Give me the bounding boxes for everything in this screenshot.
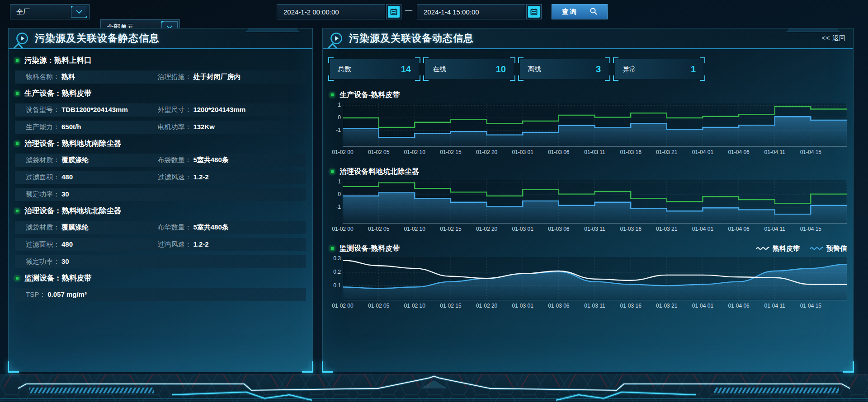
x-axis-labels: 01-02 0001-02 0501-02 1001-02 1501-02 20…	[343, 147, 847, 156]
calendar-to-button[interactable]	[526, 4, 542, 19]
info-label: 过滤风速：	[157, 173, 191, 182]
chart-plot-area: 10-1	[330, 103, 847, 147]
x-tick-label: 01-03 06	[548, 149, 569, 155]
info-label: 过滤面积：	[26, 173, 60, 182]
x-tick-label: 01-04 11	[764, 149, 785, 155]
x-tick-label: 01-02 20	[476, 303, 497, 309]
info-label: 治理措施：	[157, 73, 191, 81]
legend-item[interactable]: 预警信	[810, 244, 847, 253]
calendar-icon	[528, 6, 540, 18]
info-cell: 额定功率：30	[26, 190, 157, 199]
plant-select[interactable]: 全厂	[10, 4, 90, 19]
section-header: 治理设备：熟料地坑南除尘器	[15, 138, 306, 150]
back-link[interactable]: << 返回	[822, 34, 846, 42]
chart-title: 生产设备-熟料皮带	[340, 90, 400, 100]
info-cell: 过滤风速：1.2-2	[157, 173, 208, 182]
x-tick-label: 01-02 15	[440, 226, 461, 232]
stat-label: 总数	[338, 65, 351, 74]
corner-bracket	[518, 75, 524, 81]
x-tick-label: 01-02 20	[476, 149, 497, 155]
x-axis-labels: 01-02 0001-02 0501-02 1001-02 1501-02 20…	[343, 224, 847, 233]
dashboard-page: 全厂 全部单元 熟料上料口 2024-1-2 00:00:00 —	[0, 0, 868, 402]
x-tick-label: 01-02 20	[476, 226, 497, 232]
stat-value: 3	[596, 64, 601, 75]
info-row: 设备型号：TDB1200*204143mm外型尺寸：1200*204143mm	[15, 103, 306, 117]
header-tab-decoration	[786, 28, 840, 32]
info-row: 滤袋材质：覆膜涤纶布华数量：5室共480条	[15, 221, 306, 234]
x-tick-label: 01-03 06	[548, 226, 569, 232]
play-icon	[330, 32, 343, 45]
info-label: 电机功率：	[157, 123, 191, 131]
section-title: 生产设备：熟料皮带	[24, 89, 92, 98]
calendar-from-button[interactable]	[386, 4, 401, 19]
stat-card: 离线3	[520, 59, 609, 79]
chevron-down-icon[interactable]	[71, 6, 87, 18]
chart-block-2: 监测设备-熟料皮带熟料皮带预警信0.30.20.101-02 0001-02 0…	[330, 243, 847, 309]
info-value: 覆膜涤纶	[61, 156, 89, 164]
info-value: 1200*204143mm	[193, 106, 245, 113]
info-value: 30	[61, 257, 69, 265]
section-title: 监测设备：熟料皮带	[24, 273, 92, 283]
corner-bracket	[700, 75, 705, 81]
y-tick-label: 0.2	[330, 269, 341, 275]
chart-legend: 熟料皮带预警信	[756, 244, 847, 253]
chart-canvas	[343, 180, 847, 224]
x-tick-label: 01-03 16	[620, 149, 641, 155]
info-row: 额定功率：30	[15, 188, 306, 201]
info-row: 过滤面积：480过滤风速：1.2-2	[15, 171, 306, 184]
info-row: 滤袋材质：覆膜涤纶布袋数量：5室共480条	[15, 154, 306, 167]
info-value: 处于封闭厂房内	[193, 73, 241, 81]
green-square-icon	[330, 93, 335, 97]
date-to-input[interactable]: 2024-1-4 15:00:00	[417, 4, 525, 19]
static-info-panel: 污染源及关联设备静态信息 污染源：熟料上料口物料名称：熟料治理措施：处于封闭厂房…	[8, 28, 313, 372]
x-axis-labels: 01-02 0001-02 0501-02 1001-02 1501-02 20…	[343, 300, 847, 309]
x-tick-label: 01-03 16	[620, 303, 641, 309]
x-tick-label: 01-03 11	[584, 149, 605, 155]
static-info-header: 污染源及关联设备静态信息	[9, 28, 312, 49]
info-cell: 布袋数量：5室共480条	[157, 156, 228, 164]
info-label: 滤袋材质：	[26, 156, 60, 164]
section-header: 治理设备：熟料地坑北除尘器	[15, 205, 306, 217]
info-label: 额定功率：	[26, 190, 60, 199]
info-cell: 生产能力：650t/h	[26, 123, 157, 131]
info-value: 480	[61, 240, 73, 248]
info-label: 布华数量：	[157, 223, 191, 232]
green-square-icon	[15, 91, 19, 96]
stat-value: 14	[401, 64, 411, 75]
section-title: 治理设备：熟料地坑北除尘器	[24, 206, 122, 216]
corner-bracket	[415, 57, 420, 63]
green-square-icon	[15, 276, 19, 280]
section-header: 生产设备：熟料皮带	[15, 88, 306, 99]
date-from-input[interactable]: 2024-1-2 00:00:00	[277, 4, 385, 19]
chart-title-row: 监测设备-熟料皮带熟料皮带预警信	[330, 243, 847, 254]
info-value: 1.2-2	[193, 240, 208, 248]
info-value: TDB1200*204143mm	[61, 106, 128, 113]
y-tick-label: 0.1	[330, 282, 341, 289]
query-button[interactable]: 查询	[552, 4, 608, 19]
corner-bracket	[510, 75, 515, 81]
x-tick-label: 01-04 15	[800, 226, 821, 232]
info-value: 132Kw	[193, 123, 215, 131]
x-tick-label: 01-02 05	[368, 303, 389, 309]
info-value: 1.2-2	[193, 173, 208, 181]
corner-bracket	[423, 57, 429, 63]
x-tick-label: 01-03 11	[584, 226, 605, 232]
info-row: 额定功率：30	[15, 255, 306, 268]
x-tick-label: 01-02 10	[404, 303, 425, 309]
stat-label: 在线	[433, 65, 446, 74]
corner-bracket	[605, 75, 610, 81]
legend-item[interactable]: 熟料皮带	[756, 244, 800, 253]
x-tick-label: 01-02 05	[368, 226, 389, 232]
charts-container: 生产设备-熟料皮带10-101-02 0001-02 0501-02 1001-…	[323, 89, 853, 309]
y-tick-label: 1	[330, 178, 341, 185]
corner-bracket	[328, 75, 334, 81]
date-range-separator: —	[405, 6, 412, 14]
x-tick-label: 01-04 11	[764, 226, 785, 232]
info-label: 布袋数量：	[157, 156, 191, 164]
green-square-icon	[15, 209, 19, 213]
stat-label: 异常	[623, 65, 636, 74]
x-tick-label: 01-02 00	[332, 303, 353, 309]
device-stats-row: 总数14在线10离线3异常1	[323, 49, 853, 79]
info-value: 熟料	[61, 73, 75, 81]
info-row: 生产能力：650t/h电机功率：132Kw	[15, 121, 306, 134]
